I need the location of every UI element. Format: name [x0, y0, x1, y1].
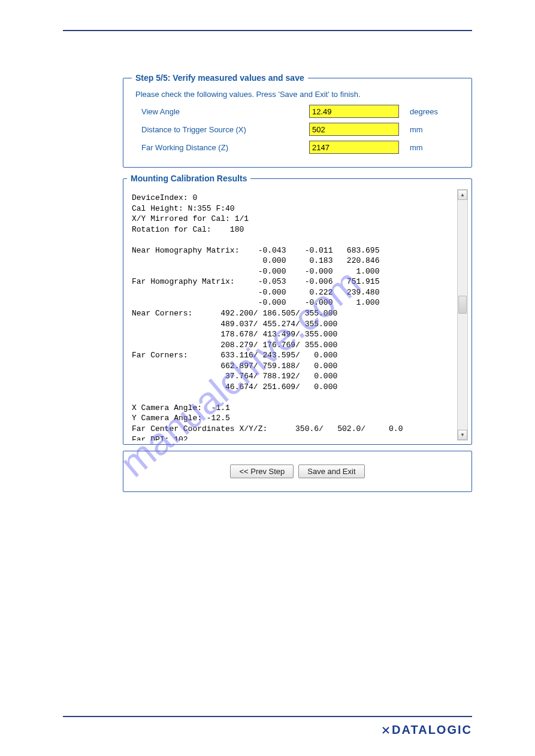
results-text: DeviceIndex: 0 Cal Height: N:355 F:40 X/… — [127, 189, 457, 441]
input-distance-x[interactable] — [309, 123, 399, 136]
scroll-up-icon[interactable]: ▲ — [458, 190, 467, 200]
row-distance-x: Distance to Trigger Source (X) mm — [141, 123, 463, 136]
brand-logo: DATALOGIC — [63, 723, 472, 737]
unit-far-z: mm — [410, 143, 423, 152]
unit-view-angle: degrees — [410, 107, 438, 116]
brand-text: DATALOGIC — [392, 723, 472, 736]
label-view-angle: View Angle — [141, 107, 309, 116]
row-far-z: Far Working Distance (Z) mm — [141, 141, 463, 154]
bottom-divider — [63, 716, 472, 717]
unit-distance-x: mm — [410, 125, 423, 134]
label-far-z: Far Working Distance (Z) — [141, 143, 309, 152]
top-divider — [63, 30, 472, 31]
step-panel: Step 5/5: Verify measured values and sav… — [123, 73, 472, 168]
results-scrollarea: DeviceIndex: 0 Cal Height: N:355 F:40 X/… — [127, 189, 468, 441]
scrollbar[interactable]: ▲ ▼ — [457, 189, 468, 441]
scroll-track[interactable] — [458, 200, 467, 430]
input-view-angle[interactable] — [309, 105, 399, 118]
label-distance-x: Distance to Trigger Source (X) — [141, 125, 309, 134]
step-instruction: Please check the following values. Press… — [135, 90, 463, 99]
input-far-z[interactable] — [309, 141, 399, 154]
logo-icon — [380, 724, 392, 736]
wizard-buttons-panel: << Prev Step Save and Exit — [123, 451, 472, 492]
save-exit-button[interactable]: Save and Exit — [298, 464, 364, 478]
prev-step-button[interactable]: << Prev Step — [230, 464, 294, 478]
row-view-angle: View Angle degrees — [141, 105, 463, 118]
scroll-thumb[interactable] — [458, 296, 467, 314]
results-panel: Mounting Calibration Results DeviceIndex… — [123, 174, 472, 445]
scroll-down-icon[interactable]: ▼ — [458, 430, 467, 440]
results-title: Mounting Calibration Results — [127, 174, 250, 183]
footer: DATALOGIC — [63, 716, 472, 737]
step-title: Step 5/5: Verify measured values and sav… — [132, 73, 308, 83]
